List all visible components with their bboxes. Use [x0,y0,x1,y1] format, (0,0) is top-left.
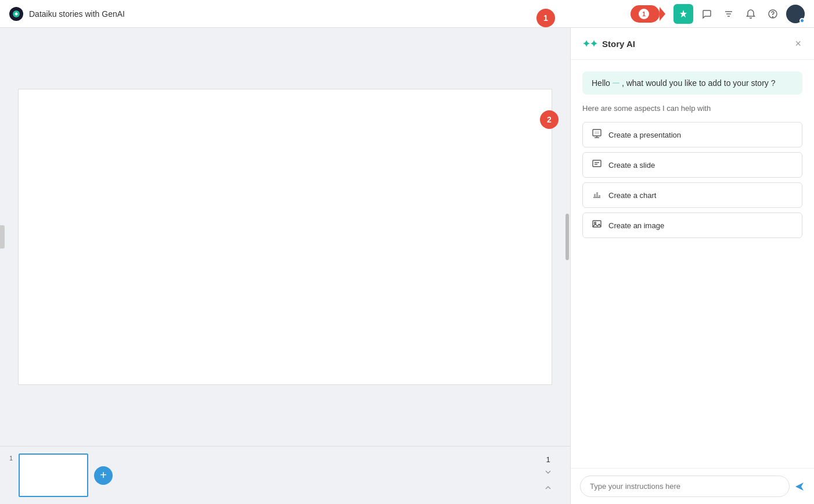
notifications-button[interactable] [742,5,759,23]
ai-button[interactable] [673,4,693,24]
avatar[interactable] [786,5,805,23]
header-right: 1 1 [631,4,805,24]
panel-header: ✦✦ Story AI × [571,28,814,60]
create-image-button[interactable]: Create an image [582,213,802,238]
thumbnail-strip: 1 + 1 [0,446,570,504]
instruction-input[interactable] [580,476,790,497]
panel-title-text: Story AI [602,39,635,49]
slide-index: 1 [9,452,13,462]
greeting-username [613,82,619,84]
slide-canvas[interactable] [18,89,552,385]
avatar-status-dot [799,18,805,23]
create-slide-label: Create a slide [608,161,655,170]
annotation-badge-2: 2 [540,110,559,129]
next-slide-button[interactable] [540,466,556,480]
send-button[interactable] [794,481,805,492]
svg-rect-14 [594,194,596,197]
create-presentation-label: Create a presentation [608,131,681,139]
create-chart-label: Create a chart [608,191,656,200]
action-buttons: Create a presentation Create a slide [582,122,802,238]
annotation-badge-1: 1 [536,9,555,27]
greeting-prefix: Hello [592,78,610,88]
greeting-text: Hello , what would you like to add to yo… [592,78,793,88]
create-image-label: Create an image [608,221,664,230]
right-panel: ✦✦ Story AI × Hello , what would you lik… [570,28,814,504]
help-button[interactable] [764,5,781,23]
app-title: Dataiku stories with GenAI [29,9,125,19]
panel-body: Hello , what would you like to add to yo… [571,60,814,468]
panel-footer [571,468,814,504]
scrollbar-thumb[interactable] [566,214,569,260]
greeting-box: Hello , what would you like to add to yo… [582,71,802,95]
chart-icon [591,189,603,201]
greeting-suffix: , what would you like to add to your sto… [622,78,776,88]
page-number: 1 [546,455,550,464]
content-area: 2 1 + 1 [0,28,570,504]
presentation-icon [591,128,603,141]
create-slide-button[interactable]: Create a slide [582,152,802,178]
filter-button[interactable] [720,5,737,23]
prev-slide-button[interactable] [540,482,556,495]
svg-rect-16 [599,195,600,197]
header-left: Dataiku stories with GenAI [9,7,125,21]
create-presentation-button[interactable]: Create a presentation [582,122,802,147]
app-logo [9,7,23,21]
messages-button[interactable] [698,5,715,23]
add-slide-button[interactable]: + [94,466,113,485]
image-icon [591,219,603,232]
close-panel-button[interactable]: × [794,37,802,50]
run-badge: 1 [639,9,649,19]
svg-point-18 [595,222,596,224]
svg-rect-15 [596,192,598,197]
page-nav: 1 [540,455,561,495]
svg-rect-10 [593,160,601,167]
app-header: Dataiku stories with GenAI 1 1 [0,0,814,28]
slide-thumbnail[interactable] [19,453,88,497]
scrollbar-track[interactable] [564,28,570,446]
slide-workspace [0,28,570,446]
svg-point-5 [773,16,773,17]
help-text: Here are some aspects I can help with [582,104,802,113]
main-layout: 2 1 + 1 [0,28,814,504]
svg-rect-9 [595,131,599,134]
create-chart-button[interactable]: Create a chart [582,182,802,208]
run-button[interactable]: 1 [631,5,660,23]
slide-icon [591,159,603,171]
slide-handle[interactable] [0,225,5,249]
sparkle-icon: ✦✦ [582,38,597,49]
panel-title: ✦✦ Story AI [582,38,635,49]
